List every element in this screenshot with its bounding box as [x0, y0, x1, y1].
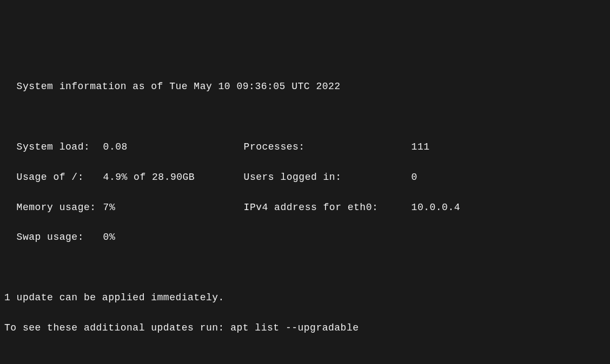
swap-value: 0%: [103, 230, 116, 245]
usage-value: 4.9% of 28.90GB: [103, 170, 244, 185]
blank-line: [4, 110, 606, 125]
terminal-window[interactable]: System information as of Tue May 10 09:3…: [4, 65, 606, 364]
usage-label: Usage of /:: [17, 170, 103, 185]
indent: [4, 200, 17, 215]
stats-row-4: Swap usage:0%: [4, 230, 606, 245]
ipv4-label: IPv4 address for eth0:: [244, 200, 412, 215]
system-load-value: 0.08: [103, 140, 244, 155]
stats-row-3: Memory usage:7%IPv4 address for eth0:10.…: [4, 200, 606, 215]
indent: [4, 140, 17, 155]
processes-value: 111: [412, 140, 430, 155]
blank-line: [4, 260, 606, 275]
system-load-label: System load:: [17, 140, 103, 155]
stats-row-1: System load:0.08Processes:111: [4, 140, 606, 155]
ipv4-value: 10.0.0.4: [412, 200, 460, 215]
stats-row-2: Usage of /:4.9% of 28.90GBUsers logged i…: [4, 170, 606, 185]
sysinfo-datetime: Tue May 10 09:36:05 UTC 2022: [169, 81, 340, 92]
memory-value: 7%: [103, 200, 244, 215]
sysinfo-header-prefix: System information as of: [4, 81, 169, 92]
indent: [4, 170, 17, 185]
updates-line-2: To see these additional updates run: apt…: [4, 321, 606, 336]
memory-label: Memory usage:: [17, 200, 103, 215]
blank-line: [4, 350, 606, 364]
users-value: 0: [412, 170, 417, 185]
updates-line-1: 1 update can be applied immediately.: [4, 291, 606, 306]
indent: [4, 230, 17, 245]
swap-label: Swap usage:: [17, 230, 103, 245]
sysinfo-header: System information as of Tue May 10 09:3…: [4, 79, 606, 95]
processes-label: Processes:: [244, 140, 412, 155]
users-label: Users logged in:: [244, 170, 412, 185]
